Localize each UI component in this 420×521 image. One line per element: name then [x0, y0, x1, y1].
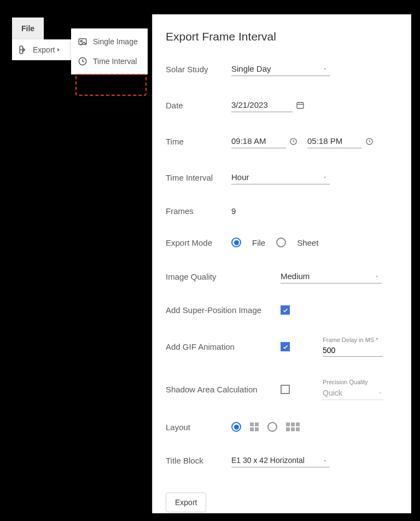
- time-start-value: 09:18 AM: [231, 134, 286, 148]
- export-icon: [19, 45, 28, 55]
- dropdown-icon: [377, 390, 383, 396]
- radio-sheet-label: Sheet: [297, 238, 318, 247]
- title-block-value: E1 30 x 42 Horizontal: [231, 454, 330, 467]
- clock-icon: [289, 137, 298, 146]
- radio-sheet[interactable]: [276, 238, 286, 247]
- radio-file-label: File: [252, 238, 265, 247]
- layout-label: Layout: [166, 422, 231, 432]
- precision-quality-select[interactable]: Quick: [323, 386, 383, 400]
- highlight-annotation: [75, 74, 147, 96]
- date-label: Date: [166, 101, 231, 110]
- frame-delay-input[interactable]: [323, 344, 383, 357]
- submenu-time-interval-label: Time Interval: [93, 57, 137, 66]
- solar-study-label: Solar Study: [166, 65, 231, 74]
- super-position-label: Add Super-Position Image: [166, 305, 281, 315]
- precision-quality-value: Quick: [323, 389, 342, 397]
- export-menu-label: Export: [33, 45, 55, 54]
- submenu-time-interval[interactable]: Time Interval: [71, 51, 148, 71]
- svg-point-2: [80, 40, 82, 42]
- image-quality-select[interactable]: Medium: [281, 269, 382, 283]
- frame-delay-label: Frame Delay in MS *: [323, 337, 383, 343]
- check-icon: [282, 344, 289, 350]
- shadow-area-checkbox[interactable]: [281, 385, 290, 394]
- check-icon: [282, 307, 289, 314]
- title-block-select[interactable]: E1 30 x 42 Horizontal: [231, 454, 330, 467]
- export-frame-interval-dialog: Export Frame Interval Solar Study Single…: [152, 14, 411, 513]
- svg-rect-4: [297, 102, 304, 108]
- frames-label: Frames: [166, 206, 231, 216]
- solar-study-select[interactable]: Single Day: [231, 62, 330, 76]
- export-menu-item[interactable]: Export: [12, 39, 72, 60]
- time-interval-label: Time Interval: [166, 173, 231, 182]
- shadow-area-label: Shadow Area Calculation: [166, 385, 281, 394]
- layout-radio-single[interactable]: [231, 422, 241, 432]
- title-block-label: Title Block: [166, 456, 231, 465]
- export-submenu: Single Image Time Interval: [71, 28, 148, 74]
- clock-icon: [365, 137, 374, 146]
- layout-grid4-icon: [250, 422, 259, 431]
- export-mode-label: Export Mode: [166, 238, 231, 247]
- time-label: Time: [166, 137, 231, 146]
- submenu-single-image[interactable]: Single Image: [71, 32, 148, 51]
- image-icon: [78, 37, 88, 47]
- layout-radio-multi[interactable]: [267, 422, 277, 432]
- dialog-title: Export Frame Interval: [166, 30, 398, 43]
- file-menu[interactable]: File: [12, 18, 44, 39]
- clock-icon: [78, 56, 88, 66]
- image-quality-value: Medium: [281, 269, 382, 283]
- date-field[interactable]: 3/21/2023: [231, 98, 305, 112]
- gif-label: Add GIF Animation: [166, 342, 281, 351]
- date-value: 3/21/2023: [231, 98, 293, 112]
- time-interval-value: Hour: [231, 170, 330, 184]
- image-quality-label: Image Quality: [166, 272, 231, 281]
- layout-grid6-icon: [286, 422, 300, 431]
- calendar-icon: [296, 101, 305, 109]
- radio-file[interactable]: [231, 238, 241, 247]
- time-end-field[interactable]: 05:18 PM: [307, 134, 374, 148]
- super-position-checkbox[interactable]: [281, 305, 290, 315]
- solar-study-value: Single Day: [231, 62, 330, 76]
- time-start-field[interactable]: 09:18 AM: [231, 134, 298, 148]
- time-end-value: 05:18 PM: [307, 134, 362, 148]
- chevron-right-icon: [56, 47, 61, 53]
- time-interval-select[interactable]: Hour: [231, 170, 330, 184]
- precision-quality-label: Precision Quality: [323, 379, 383, 385]
- frames-value: 9: [231, 206, 236, 216]
- submenu-single-image-label: Single Image: [93, 37, 138, 46]
- gif-checkbox[interactable]: [281, 342, 290, 351]
- export-button[interactable]: Export: [166, 493, 206, 512]
